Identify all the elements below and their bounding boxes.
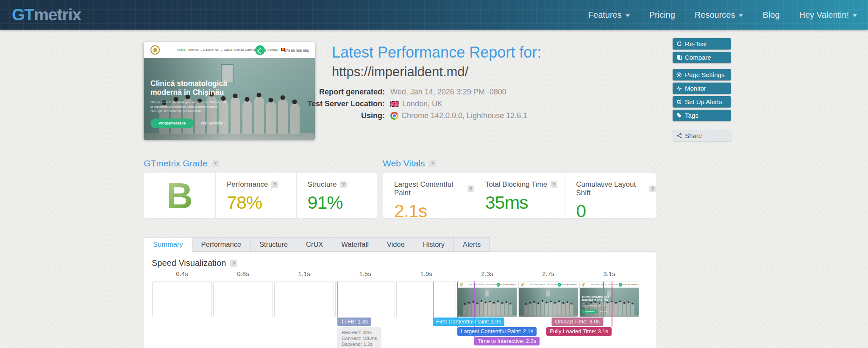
thumb-description: Oferim servicii stomatologice moderne în… (582, 303, 610, 308)
lcp-label: Largest Contentful Paint (394, 180, 464, 197)
logo-metrix: metrix (34, 6, 81, 24)
onload-marker-line (603, 282, 604, 318)
grade-letter: B (167, 177, 193, 214)
gear-icon (676, 72, 682, 77)
help-icon[interactable]: ? (212, 160, 219, 167)
tab-summary[interactable]: Summary (144, 237, 192, 252)
tbt-label: Total Blocking Time (485, 180, 547, 189)
help-icon[interactable]: ? (429, 160, 437, 167)
fcp-marker-line (433, 282, 434, 318)
page-settings-button[interactable]: Page Settings (673, 69, 731, 80)
filmstrip-frame (213, 282, 273, 317)
report-generated-value: Wed, Jan 14, 2026 3:29 PM -0800 (390, 88, 527, 97)
chevron-down-icon (626, 14, 630, 17)
lcp-cell: Largest Contentful Paint? 2.1s (383, 173, 474, 218)
thumb-phone-icon (255, 45, 265, 55)
filmstrip-frame: AcasăServicii ⌄ Despre Noi ⌄ Cazuri Clin… (518, 282, 578, 317)
web-vitals-heading: Web Vitals? (383, 158, 437, 168)
fcp-badge: First Contentful Paint: 1.9s (433, 318, 504, 326)
thumb-services-link: Vezi Serviciile › (200, 121, 225, 125)
thumb-phone-number: +373 69 366 650 (628, 284, 637, 286)
gtmetrix-logo[interactable]: GTmetrix (12, 0, 81, 30)
tab-video[interactable]: Video (378, 237, 414, 252)
retest-button[interactable]: Re-Test (673, 38, 731, 50)
timeline-tick: 3.1s (579, 270, 639, 277)
uk-flag-icon (390, 101, 399, 107)
cls-cell: Cumulative Layout Shift? 0 (565, 173, 656, 218)
tab-waterfall[interactable]: Waterfall (332, 237, 378, 252)
navbar: GTmetrix Features Pricing Resources Blog… (0, 0, 868, 30)
nav-item-pricing[interactable]: Pricing (649, 10, 675, 20)
filmstrip-frame (335, 282, 395, 317)
server-location-value: London, UK (390, 99, 527, 108)
nav-item-resources[interactable]: Resources (695, 10, 743, 20)
ttfb-marker-line (337, 282, 338, 318)
nav-item-label: Blog (762, 10, 779, 20)
thumb-dark-overlay (458, 288, 517, 317)
thumb-phone-number: +373 69 366 650 (506, 284, 515, 286)
lcp-badge: Largest Contentful Paint: 2.1s (457, 327, 537, 336)
thumb-hero-text: Clinică stomatologică modernă în Chișină… (150, 79, 242, 128)
thumb-hero: Clinică stomatologică modernă în Chișină… (458, 288, 517, 317)
thumb-hero: Clinică stomatologică modernă în Chișină… (519, 288, 578, 317)
filmstrip-frame (396, 282, 456, 317)
timeline-tick: 2.7s (518, 270, 578, 277)
tab-alerts[interactable]: Alerts (453, 237, 490, 252)
pulse-icon (676, 86, 682, 91)
help-icon[interactable]: ? (230, 260, 237, 267)
help-icon[interactable]: ? (649, 185, 656, 192)
compare-button[interactable]: Compare (673, 52, 731, 63)
thumb-site-logo (582, 283, 586, 287)
tbt-cell: Total Blocking Time? 35ms (474, 173, 565, 218)
gtmetrix-report-page: GTmetrix Features Pricing Resources Blog… (0, 0, 868, 348)
thumb-site-nav: AcasăServicii ⌄ Despre Noi ⌄ Cazuri Clin… (530, 284, 568, 285)
monitor-button[interactable]: Monitor (673, 83, 731, 94)
action-buttons: Re-Test Compare Page Settings Monitor Se… (673, 38, 731, 144)
report-meta: Report generated: Wed, Jan 14, 2026 3:29… (271, 88, 527, 120)
using-label: Using: (271, 111, 385, 120)
nav-menu: Features Pricing Resources Blog Hey Vale… (588, 0, 857, 30)
fully-loaded-marker-line (612, 282, 612, 327)
thumb-phone-icon (497, 283, 500, 287)
user-menu[interactable]: Hey Valentin! (799, 10, 857, 20)
thumb-headline: Clinică stomatologică modernă în Chișină… (150, 79, 242, 97)
tab-history[interactable]: History (414, 237, 454, 252)
ttfb-badge: TTFB: 1.3s (337, 318, 371, 326)
timeline-tick: 2.3s (457, 270, 517, 277)
lcp-value: 2.1s (394, 201, 474, 221)
help-icon[interactable]: ? (467, 185, 473, 192)
set-up-alerts-button[interactable]: Set Up Alerts (673, 96, 731, 108)
nav-item-features[interactable]: Features (588, 10, 630, 20)
thumb-site-logo (460, 283, 464, 287)
thumb-cta-button: Programează-te (150, 119, 194, 128)
report-tabs: Summary Performance Structure CrUX Water… (144, 237, 490, 252)
nav-item-blog[interactable]: Blog (762, 10, 779, 20)
timeline-tick: 1.5s (335, 270, 395, 277)
thumb-phone-icon (619, 283, 622, 287)
compare-icon (676, 55, 682, 60)
nav-item-label: Resources (695, 10, 735, 20)
thumb-site-nav: AcasăServicii ⌄ Despre Noi ⌄ Cazuri Clin… (177, 48, 285, 52)
tab-performance[interactable]: Performance (192, 237, 250, 252)
thumb-site-nav: AcasăServicii ⌄ Despre Noi ⌄ Cazuri Clin… (591, 284, 629, 285)
thumb-headline: Clinică stomatologică modernă în Chișină… (582, 296, 614, 302)
tti-badge: Time to Interactive: 2.2s (474, 337, 540, 345)
cls-label: Cumulative Layout Shift (576, 180, 646, 197)
tags-button[interactable]: Tags (673, 110, 731, 121)
share-button[interactable]: Share (673, 130, 731, 141)
filmstrip-frame (152, 282, 212, 317)
nav-item-label: Features (588, 10, 622, 20)
thumb-hero: Clinică stomatologică modernă în Chișină… (580, 288, 639, 317)
structure-value: 91% (308, 192, 377, 213)
tab-crux[interactable]: CrUX (297, 237, 332, 252)
help-icon[interactable]: ? (340, 181, 347, 188)
web-vitals-card: Largest Contentful Paint? 2.1s Total Blo… (383, 173, 656, 218)
thumb-phone-number: +373 69 366 650 (567, 284, 576, 286)
structure-label: Structure (308, 180, 337, 189)
timeline-tick: 0.4s (152, 270, 212, 277)
tab-structure[interactable]: Structure (250, 237, 297, 252)
chevron-down-icon (739, 14, 743, 17)
help-icon[interactable]: ? (551, 181, 557, 188)
fully-loaded-badge: Fully Loaded Time: 3.1s (546, 327, 612, 336)
help-icon[interactable]: ? (271, 181, 278, 188)
